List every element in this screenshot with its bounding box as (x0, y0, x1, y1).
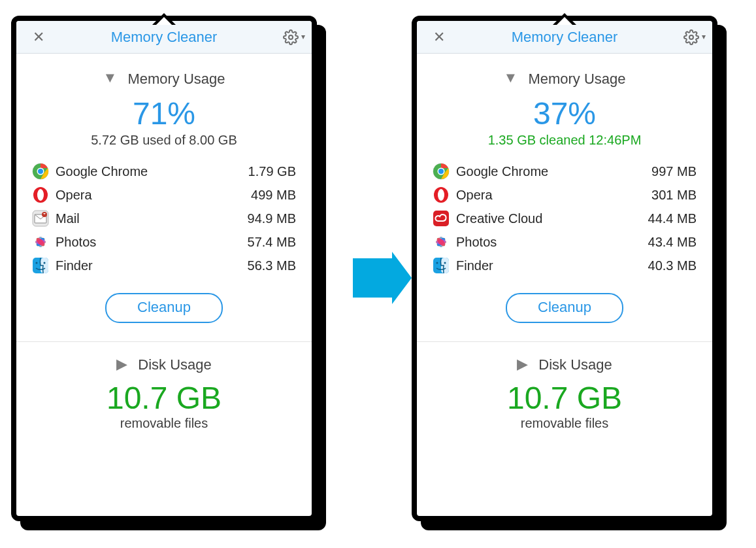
chrome-icon (32, 163, 49, 180)
app-memory: 499 MB (251, 188, 296, 203)
app-memory: 57.4 MB (248, 235, 296, 250)
app-row: Google Chrome997 MB (433, 160, 697, 183)
titlebar: ✕ Memory Cleaner ▾ (417, 21, 712, 54)
app-memory: 56.3 MB (248, 258, 296, 273)
disk-removable-label: removable files (16, 416, 312, 431)
gear-icon (683, 29, 699, 45)
app-name: Photos (56, 235, 248, 250)
app-memory: 43.4 MB (648, 235, 697, 250)
app-memory: 301 MB (651, 188, 697, 203)
svg-point-21 (36, 262, 38, 264)
divider (417, 341, 712, 342)
memory-usage-header[interactable]: ▼ Memory Usage (417, 71, 712, 88)
chevron-down-icon: ▾ (702, 21, 706, 53)
disk-removable-size: 10.7 GB (16, 380, 312, 416)
svg-point-22 (44, 262, 46, 264)
app-row: Opera499 MB (32, 183, 296, 207)
cleanup-button[interactable]: Cleanup (506, 293, 623, 323)
app-name: Mail (56, 211, 248, 226)
cleanup-button[interactable]: Cleanup (105, 293, 223, 323)
disk-usage-header[interactable]: ▶ Disk Usage (417, 356, 712, 373)
settings-button[interactable]: ▾ (283, 21, 305, 53)
memory-percent: 71% (16, 95, 312, 131)
svg-point-23 (689, 35, 693, 39)
memory-usage-label: Memory Usage (127, 71, 225, 87)
svg-point-29 (438, 189, 444, 201)
app-name: Photos (456, 235, 648, 250)
memory-subline: 5.72 GB used of 8.00 GB (16, 133, 312, 148)
transition-arrow-icon (353, 258, 392, 298)
app-row: Photos57.4 MB (32, 230, 296, 254)
creativecloud-icon (433, 210, 450, 227)
memory-usage-label: Memory Usage (528, 71, 625, 87)
titlebar: ✕ Memory Cleaner ▾ (16, 21, 312, 54)
app-row: Finder40.3 MB (433, 254, 697, 277)
app-name: Finder (56, 258, 248, 273)
app-row: Mail94.9 MB (32, 207, 296, 230)
svg-point-43 (444, 262, 446, 264)
memory-cleaner-window-after: ✕ Memory Cleaner ▾ ▼ Memory Usage 37% 1.… (412, 16, 717, 521)
gear-icon (283, 29, 299, 45)
finder-icon (32, 257, 49, 274)
app-memory: 44.4 MB (648, 211, 697, 226)
opera-icon (32, 186, 49, 203)
app-list: Google Chrome997 MBOpera301 MBCreative C… (433, 160, 697, 277)
app-memory: 40.3 MB (648, 258, 697, 273)
finder-icon (433, 257, 450, 274)
app-memory: 1.79 GB (248, 164, 296, 179)
memory-percent: 37% (417, 95, 712, 131)
app-memory: 94.9 MB (248, 211, 296, 226)
disclosure-triangle-right-icon: ▶ (116, 356, 127, 373)
disk-usage-header[interactable]: ▶ Disk Usage (16, 356, 312, 373)
app-name: Opera (56, 188, 251, 203)
app-row: Photos43.4 MB (433, 230, 697, 254)
app-name: Opera (456, 188, 651, 203)
memory-cleaner-window-before: ✕ Memory Cleaner ▾ ▼ Memory Usage 71% 5.… (11, 16, 317, 521)
divider (16, 341, 312, 342)
svg-point-27 (438, 169, 444, 174)
svg-point-6 (37, 189, 44, 201)
app-row: Finder56.3 MB (32, 254, 296, 277)
photos-icon (433, 233, 450, 250)
memory-usage-header[interactable]: ▼ Memory Usage (16, 71, 312, 88)
app-row: Creative Cloud44.4 MB (433, 207, 697, 230)
mail-icon (32, 210, 49, 227)
disclosure-triangle-right-icon: ▶ (517, 356, 528, 373)
app-list: Google Chrome1.79 GBOpera499 MBMail94.9 … (32, 160, 296, 277)
disclosure-triangle-down-icon: ▼ (503, 69, 518, 86)
svg-point-0 (289, 35, 293, 39)
app-name: Finder (456, 258, 648, 273)
memory-subline: 1.35 GB cleaned 12:46PM (417, 133, 712, 148)
svg-point-42 (436, 262, 438, 264)
disk-removable-label: removable files (417, 416, 712, 431)
disk-usage-label: Disk Usage (538, 356, 612, 373)
app-name: Google Chrome (456, 164, 651, 179)
app-name: Google Chrome (56, 164, 248, 179)
close-button[interactable]: ✕ (426, 21, 452, 53)
svg-point-4 (38, 169, 43, 174)
disk-removable-size: 10.7 GB (417, 380, 712, 416)
disk-usage-label: Disk Usage (138, 356, 211, 373)
close-button[interactable]: ✕ (25, 21, 52, 53)
chevron-down-icon: ▾ (301, 21, 305, 53)
app-row: Opera301 MB (433, 183, 697, 207)
app-name: Creative Cloud (456, 211, 648, 226)
disclosure-triangle-down-icon: ▼ (103, 69, 117, 86)
app-row: Google Chrome1.79 GB (32, 160, 296, 183)
window-title: Memory Cleaner (512, 29, 618, 45)
opera-icon (433, 186, 450, 203)
window-title: Memory Cleaner (111, 29, 218, 45)
settings-button[interactable]: ▾ (683, 21, 706, 53)
app-memory: 997 MB (651, 164, 697, 179)
chrome-icon (433, 163, 450, 180)
photos-icon (32, 233, 49, 250)
